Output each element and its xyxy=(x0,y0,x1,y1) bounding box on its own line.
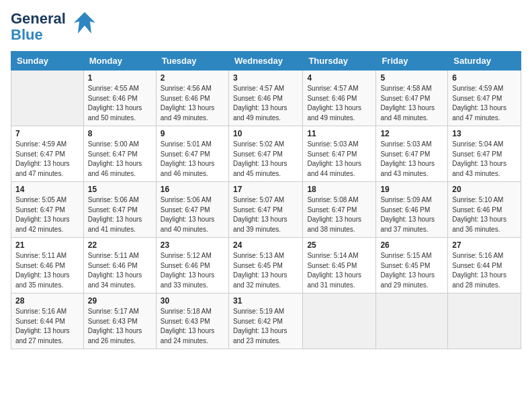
day-info: Sunrise: 4:56 AM Sunset: 6:46 PM Dayligh… xyxy=(161,84,224,123)
calendar-cell: 24Sunrise: 5:13 AM Sunset: 6:45 PM Dayli… xyxy=(228,238,302,293)
calendar-week-2: 7Sunrise: 4:59 AM Sunset: 6:47 PM Daylig… xyxy=(11,126,521,182)
day-info: Sunrise: 4:59 AM Sunset: 6:47 PM Dayligh… xyxy=(15,140,79,179)
calendar-cell: 28Sunrise: 5:16 AM Sunset: 6:44 PM Dayli… xyxy=(11,293,84,349)
calendar-cell: 13Sunrise: 5:04 AM Sunset: 6:47 PM Dayli… xyxy=(448,126,521,182)
header: General Blue xyxy=(11,11,521,43)
day-info: Sunrise: 5:06 AM Sunset: 6:47 PM Dayligh… xyxy=(161,195,224,234)
day-number: 22 xyxy=(88,240,152,250)
day-info: Sunrise: 4:58 AM Sunset: 6:47 PM Dayligh… xyxy=(380,84,443,123)
day-info: Sunrise: 5:16 AM Sunset: 6:44 PM Dayligh… xyxy=(452,251,517,290)
day-number: 10 xyxy=(233,129,298,138)
calendar-cell: 8Sunrise: 5:00 AM Sunset: 6:47 PM Daylig… xyxy=(83,126,156,182)
calendar-cell: 26Sunrise: 5:15 AM Sunset: 6:45 PM Dayli… xyxy=(376,238,448,293)
day-number: 12 xyxy=(380,129,443,138)
calendar-cell: 7Sunrise: 4:59 AM Sunset: 6:47 PM Daylig… xyxy=(11,126,84,182)
day-info: Sunrise: 5:08 AM Sunset: 6:47 PM Dayligh… xyxy=(307,195,371,234)
day-info: Sunrise: 5:06 AM Sunset: 6:47 PM Dayligh… xyxy=(88,195,152,234)
calendar-cell: 15Sunrise: 5:06 AM Sunset: 6:47 PM Dayli… xyxy=(83,182,156,238)
calendar-cell: 21Sunrise: 5:11 AM Sunset: 6:46 PM Dayli… xyxy=(11,238,84,293)
calendar-cell: 29Sunrise: 5:17 AM Sunset: 6:43 PM Dayli… xyxy=(83,293,156,349)
calendar-week-4: 21Sunrise: 5:11 AM Sunset: 6:46 PM Dayli… xyxy=(11,238,521,293)
day-number: 17 xyxy=(233,185,298,194)
day-number: 28 xyxy=(15,296,79,306)
day-number: 29 xyxy=(88,296,152,306)
day-info: Sunrise: 4:55 AM Sunset: 6:46 PM Dayligh… xyxy=(88,84,152,123)
day-number: 27 xyxy=(452,240,517,250)
logo: General Blue xyxy=(11,11,98,43)
calendar-cell: 10Sunrise: 5:02 AM Sunset: 6:47 PM Dayli… xyxy=(228,126,302,182)
calendar-cell xyxy=(376,293,448,349)
day-info: Sunrise: 5:03 AM Sunset: 6:47 PM Dayligh… xyxy=(307,140,371,179)
calendar-cell: 18Sunrise: 5:08 AM Sunset: 6:47 PM Dayli… xyxy=(303,182,376,238)
day-info: Sunrise: 5:19 AM Sunset: 6:42 PM Dayligh… xyxy=(233,307,298,346)
calendar-cell xyxy=(448,293,521,349)
calendar-cell: 23Sunrise: 5:12 AM Sunset: 6:46 PM Dayli… xyxy=(156,238,228,293)
day-number: 31 xyxy=(233,296,298,306)
day-info: Sunrise: 5:03 AM Sunset: 6:47 PM Dayligh… xyxy=(380,140,443,179)
calendar-cell: 16Sunrise: 5:06 AM Sunset: 6:47 PM Dayli… xyxy=(156,182,228,238)
day-info: Sunrise: 5:02 AM Sunset: 6:47 PM Dayligh… xyxy=(233,140,298,179)
day-info: Sunrise: 5:11 AM Sunset: 6:46 PM Dayligh… xyxy=(15,251,79,290)
day-number: 25 xyxy=(307,240,371,250)
calendar-body: 1Sunrise: 4:55 AM Sunset: 6:46 PM Daylig… xyxy=(11,71,521,349)
day-number: 19 xyxy=(380,185,443,194)
day-info: Sunrise: 5:12 AM Sunset: 6:46 PM Dayligh… xyxy=(161,251,224,290)
calendar-week-3: 14Sunrise: 5:05 AM Sunset: 6:47 PM Dayli… xyxy=(11,182,521,238)
day-info: Sunrise: 5:00 AM Sunset: 6:47 PM Dayligh… xyxy=(88,140,152,179)
day-number: 11 xyxy=(307,129,371,138)
calendar-header-row: SundayMondayTuesdayWednesdayThursdayFrid… xyxy=(11,52,521,71)
day-number: 30 xyxy=(161,296,224,306)
logo-bird-icon xyxy=(71,9,98,36)
calendar-cell: 9Sunrise: 5:01 AM Sunset: 6:47 PM Daylig… xyxy=(156,126,228,182)
col-header-monday: Monday xyxy=(83,52,156,71)
calendar-cell: 20Sunrise: 5:10 AM Sunset: 6:46 PM Dayli… xyxy=(448,182,521,238)
day-number: 21 xyxy=(15,240,79,250)
day-number: 4 xyxy=(307,73,371,83)
day-info: Sunrise: 5:16 AM Sunset: 6:44 PM Dayligh… xyxy=(15,307,79,346)
calendar-cell: 2Sunrise: 4:56 AM Sunset: 6:46 PM Daylig… xyxy=(156,71,228,126)
day-info: Sunrise: 5:14 AM Sunset: 6:45 PM Dayligh… xyxy=(307,251,371,290)
day-number: 15 xyxy=(88,185,152,194)
day-number: 8 xyxy=(88,129,152,138)
calendar-cell: 3Sunrise: 4:57 AM Sunset: 6:46 PM Daylig… xyxy=(228,71,302,126)
day-number: 18 xyxy=(307,185,371,194)
calendar-cell: 6Sunrise: 4:59 AM Sunset: 6:47 PM Daylig… xyxy=(448,71,521,126)
day-info: Sunrise: 4:59 AM Sunset: 6:47 PM Dayligh… xyxy=(452,84,517,123)
day-number: 9 xyxy=(161,129,224,138)
calendar-cell: 12Sunrise: 5:03 AM Sunset: 6:47 PM Dayli… xyxy=(376,126,448,182)
calendar-cell xyxy=(303,293,376,349)
calendar-cell: 19Sunrise: 5:09 AM Sunset: 6:46 PM Dayli… xyxy=(376,182,448,238)
day-number: 13 xyxy=(452,129,517,138)
calendar-cell: 11Sunrise: 5:03 AM Sunset: 6:47 PM Dayli… xyxy=(303,126,376,182)
calendar-cell: 27Sunrise: 5:16 AM Sunset: 6:44 PM Dayli… xyxy=(448,238,521,293)
day-info: Sunrise: 5:07 AM Sunset: 6:47 PM Dayligh… xyxy=(233,195,298,234)
col-header-tuesday: Tuesday xyxy=(156,52,228,71)
col-header-sunday: Sunday xyxy=(11,52,84,71)
calendar-cell: 4Sunrise: 4:57 AM Sunset: 6:46 PM Daylig… xyxy=(303,71,376,126)
day-info: Sunrise: 5:13 AM Sunset: 6:45 PM Dayligh… xyxy=(233,251,298,290)
day-number: 23 xyxy=(161,240,224,250)
day-info: Sunrise: 5:05 AM Sunset: 6:47 PM Dayligh… xyxy=(15,195,79,234)
day-number: 7 xyxy=(15,129,79,138)
calendar-cell: 14Sunrise: 5:05 AM Sunset: 6:47 PM Dayli… xyxy=(11,182,84,238)
day-info: Sunrise: 4:57 AM Sunset: 6:46 PM Dayligh… xyxy=(233,84,298,123)
day-info: Sunrise: 5:04 AM Sunset: 6:47 PM Dayligh… xyxy=(452,140,517,179)
calendar-cell xyxy=(11,71,84,126)
calendar-cell: 5Sunrise: 4:58 AM Sunset: 6:47 PM Daylig… xyxy=(376,71,448,126)
calendar-cell: 25Sunrise: 5:14 AM Sunset: 6:45 PM Dayli… xyxy=(303,238,376,293)
day-number: 6 xyxy=(452,73,517,83)
col-header-saturday: Saturday xyxy=(448,52,521,71)
day-info: Sunrise: 5:15 AM Sunset: 6:45 PM Dayligh… xyxy=(380,251,443,290)
calendar-cell: 30Sunrise: 5:18 AM Sunset: 6:43 PM Dayli… xyxy=(156,293,228,349)
day-info: Sunrise: 5:01 AM Sunset: 6:47 PM Dayligh… xyxy=(161,140,224,179)
day-info: Sunrise: 5:11 AM Sunset: 6:46 PM Dayligh… xyxy=(88,251,152,290)
calendar-week-5: 28Sunrise: 5:16 AM Sunset: 6:44 PM Dayli… xyxy=(11,293,521,349)
day-number: 24 xyxy=(233,240,298,250)
day-number: 3 xyxy=(233,73,298,83)
day-info: Sunrise: 5:18 AM Sunset: 6:43 PM Dayligh… xyxy=(161,307,224,346)
day-info: Sunrise: 5:10 AM Sunset: 6:46 PM Dayligh… xyxy=(452,195,517,234)
svg-marker-0 xyxy=(74,12,95,34)
day-number: 16 xyxy=(161,185,224,194)
day-number: 1 xyxy=(88,73,152,83)
calendar-cell: 22Sunrise: 5:11 AM Sunset: 6:46 PM Dayli… xyxy=(83,238,156,293)
